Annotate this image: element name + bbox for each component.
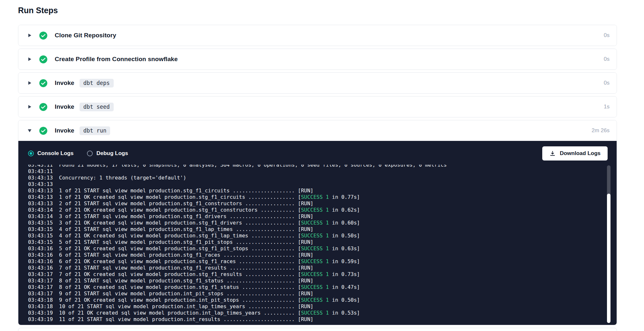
- log-line: 03:43:14 3 of 21 START sql view model pr…: [28, 213, 597, 220]
- step-row: Create Profile from Connection snowflake…: [18, 49, 617, 70]
- log-line: 03:43:17 7 of 21 OK created sql view mod…: [28, 271, 597, 278]
- log-line: 03:43:19 10 of 21 OK created sql view mo…: [28, 310, 597, 316]
- log-line: 03:43:11: [28, 168, 597, 175]
- success-check-icon: [39, 79, 48, 87]
- log-line: 03:43:15 4 of 21 START sql view model pr…: [28, 226, 597, 233]
- chevron-right-icon[interactable]: [27, 105, 32, 109]
- download-icon: [549, 150, 556, 157]
- log-line: 03:43:16 7 of 21 START sql view model pr…: [28, 265, 597, 271]
- console-log-area[interactable]: 03:43:11 Found 21 models, 17 tests, 0 sn…: [18, 165, 617, 325]
- command-badge: dbt run: [80, 126, 110, 135]
- log-line: 03:43:16 6 of 21 START sql view model pr…: [28, 252, 597, 258]
- chevron-right-icon[interactable]: [27, 33, 32, 38]
- step-row: Clone Git Repository 0s: [18, 25, 617, 46]
- log-line: 03:43:16 5 of 21 OK created sql view mod…: [28, 245, 597, 252]
- log-line: 03:43:15 5 of 21 START sql view model pr…: [28, 239, 597, 245]
- log-line: 03:43:13 2 of 21 START sql view model pr…: [28, 200, 597, 207]
- log-line: 03:43:13 Concurrency: 1 threads (target=…: [28, 175, 597, 181]
- console-log-lines: 03:43:11 Found 21 models, 17 tests, 0 sn…: [28, 165, 597, 323]
- log-line: 03:43:15 3 of 21 OK created sql view mod…: [28, 220, 597, 226]
- success-check-icon: [39, 55, 48, 64]
- download-logs-label: Download Logs: [560, 150, 601, 157]
- log-line: 03:43:15 4 of 21 OK created sql view mod…: [28, 233, 597, 239]
- radio-unselected-icon[interactable]: [87, 151, 93, 156]
- chevron-down-icon[interactable]: [27, 129, 32, 133]
- step-row: Invoke dbt deps 0s: [18, 72, 617, 94]
- log-line: 03:43:18 9 of 21 OK created sql view mod…: [28, 297, 597, 303]
- step-header-invoke-dbt-deps[interactable]: Invoke dbt deps 0s: [18, 73, 617, 93]
- log-line: 03:43:11 Found 21 models, 17 tests, 0 sn…: [28, 165, 597, 168]
- step-header-invoke-dbt-run[interactable]: Invoke dbt run 2m 26s: [18, 120, 617, 141]
- console-toolbar: Console Logs Debug Logs Download Logs: [18, 141, 617, 165]
- log-line: 03:43:17 8 of 21 START sql view model pr…: [28, 278, 597, 284]
- step-row: Invoke dbt seed 1s: [18, 96, 617, 117]
- step-duration: 1s: [604, 104, 610, 110]
- console-scrollbar[interactable]: [607, 165, 611, 322]
- step-duration: 0s: [604, 80, 610, 86]
- debug-logs-radio[interactable]: Debug Logs: [87, 150, 128, 157]
- console-logs-label: Console Logs: [37, 150, 73, 157]
- step-title: Create Profile from Connection snowflake: [55, 56, 178, 63]
- page-title: Run Steps: [18, 6, 617, 15]
- chevron-right-icon[interactable]: [27, 81, 32, 85]
- log-line: 03:43:13 1 of 21 START sql view model pr…: [28, 188, 597, 194]
- console-scrollbar-thumb[interactable]: [607, 194, 611, 323]
- step-title: Invoke: [55, 127, 74, 134]
- log-line: 03:43:13 1 of 21 OK created sql view mod…: [28, 194, 597, 200]
- run-steps-page: Run Steps Clone Git Repository 0s Create…: [0, 0, 644, 331]
- success-check-icon: [39, 103, 48, 111]
- log-line: 03:43:18 10 of 21 START sql view model p…: [28, 303, 597, 310]
- command-badge: dbt deps: [80, 79, 114, 87]
- log-line: 03:43:14 2 of 21 OK created sql view mod…: [28, 207, 597, 213]
- debug-logs-label: Debug Logs: [96, 150, 128, 157]
- log-line: 03:43:17 9 of 21 START sql view model pr…: [28, 290, 597, 297]
- console-logs-radio[interactable]: Console Logs: [28, 150, 73, 157]
- step-header-invoke-dbt-seed[interactable]: Invoke dbt seed 1s: [18, 97, 617, 117]
- step-duration: 2m 26s: [592, 127, 610, 134]
- chevron-right-icon[interactable]: [27, 57, 32, 61]
- success-check-icon: [39, 31, 48, 40]
- log-line: 03:43:13: [28, 181, 597, 188]
- step-header-clone-git-repository[interactable]: Clone Git Repository 0s: [18, 25, 617, 46]
- log-line: 03:43:16 6 of 21 OK created sql view mod…: [28, 258, 597, 265]
- download-logs-button[interactable]: Download Logs: [542, 146, 608, 161]
- success-check-icon: [39, 126, 48, 135]
- console-panel: Console Logs Debug Logs Download Logs 03…: [18, 141, 617, 325]
- step-row-partial[interactable]: [18, 328, 617, 331]
- log-line: 03:43:19 11 of 21 START sql view model p…: [28, 316, 597, 323]
- step-title: Clone Git Repository: [55, 32, 116, 39]
- step-row-expanded: Invoke dbt run 2m 26s Console Logs Debug…: [18, 120, 617, 325]
- step-header-create-profile[interactable]: Create Profile from Connection snowflake…: [18, 49, 617, 69]
- step-duration: 0s: [604, 56, 610, 62]
- log-line: 03:43:17 8 of 21 OK created sql view mod…: [28, 284, 597, 290]
- radio-selected-icon[interactable]: [28, 151, 34, 156]
- step-title: Invoke: [55, 103, 74, 110]
- step-title: Invoke: [55, 79, 74, 87]
- step-duration: 0s: [604, 32, 610, 39]
- command-badge: dbt seed: [80, 103, 114, 111]
